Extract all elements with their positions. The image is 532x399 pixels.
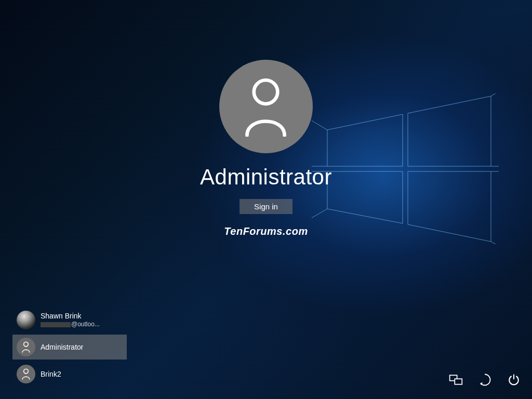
user-item-administrator[interactable]: Administrator (12, 335, 127, 360)
network-icon (448, 373, 463, 387)
user-name-label: Shawn Brink (41, 312, 100, 321)
main-login-panel: Administrator Sign in TenForums.com (200, 60, 332, 237)
selected-user-name: Administrator (200, 165, 332, 190)
svg-line-7 (491, 242, 499, 244)
ease-of-access-button[interactable] (476, 371, 494, 389)
windows-logo (312, 94, 499, 244)
svg-rect-12 (455, 379, 462, 384)
user-avatar-default (17, 338, 35, 356)
user-name-label: Administrator (41, 343, 83, 352)
user-email-label: @outloo... (41, 321, 100, 328)
svg-point-9 (24, 342, 29, 347)
power-button[interactable] (505, 371, 523, 389)
svg-point-10 (24, 369, 29, 374)
network-button[interactable] (447, 371, 464, 389)
svg-point-8 (254, 80, 278, 104)
person-icon (242, 77, 291, 137)
user-name-label: Brink2 (41, 370, 61, 379)
svg-line-5 (491, 94, 499, 96)
watermark-text: TenForums.com (224, 225, 308, 237)
person-icon (21, 341, 31, 353)
user-item-brink2[interactable]: Brink2 (12, 362, 127, 387)
selected-user-avatar (219, 60, 313, 153)
user-avatar-photo (17, 311, 35, 329)
login-action-bar (447, 371, 523, 389)
person-icon (21, 368, 31, 380)
user-avatar-default (17, 365, 35, 383)
user-item-shawn-brink[interactable]: Shawn Brink @outloo... (12, 308, 127, 332)
ease-of-access-icon (477, 373, 492, 387)
sign-in-button[interactable]: Sign in (240, 199, 292, 214)
power-icon (507, 373, 521, 387)
user-switcher-list: Shawn Brink @outloo... Administrator Bri… (12, 308, 127, 387)
